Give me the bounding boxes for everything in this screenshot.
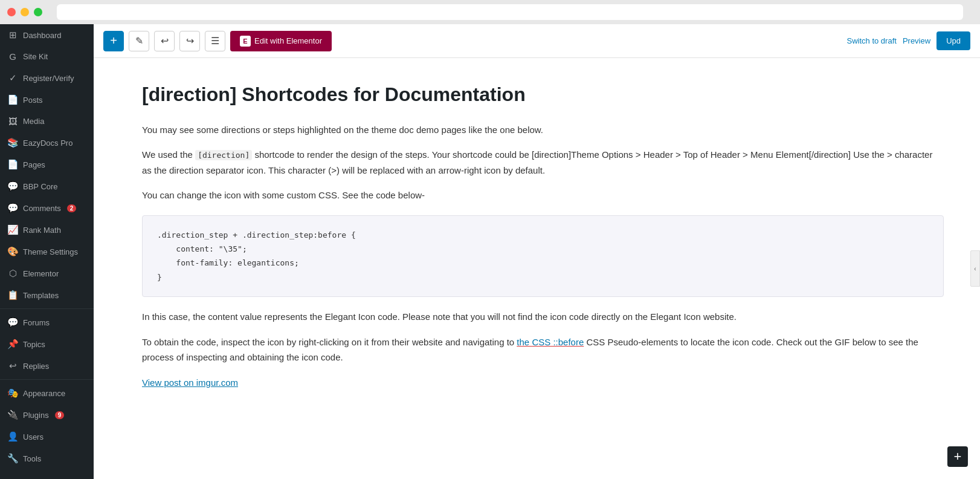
sidebar-label-users: Users <box>23 432 44 442</box>
minimize-button[interactable] <box>21 8 29 16</box>
sidebar: ⊞ Dashboard G Site Kit ✓ Register/Verify… <box>0 24 94 479</box>
sidebar-item-appearance[interactable]: 🎭 Appearance <box>0 382 94 404</box>
sidebar-separator-1 <box>0 308 94 309</box>
media-icon: 🖼 <box>7 116 18 126</box>
bottom-add-button[interactable]: + <box>947 446 968 467</box>
add-block-button[interactable]: + <box>103 31 124 51</box>
sidebar-item-tools[interactable]: 🔧 Tools <box>0 448 94 469</box>
sidebar-item-users[interactable]: 👤 Users <box>0 426 94 448</box>
sidebar-item-comments[interactable]: 💬 Comments 2 <box>0 197 94 219</box>
plugins-icon: 🔌 <box>7 409 18 420</box>
code-block: .direction_step + .direction_step:before… <box>142 215 944 298</box>
undo-icon: ↩ <box>161 35 169 47</box>
paragraph-1: You may see some directions or steps hig… <box>142 122 944 138</box>
paragraph-2: We used the [direction] shortcode to ren… <box>142 147 944 178</box>
sidebar-label-elementor: Elementor <box>23 269 59 278</box>
sidebar-label-templates: Templates <box>23 291 59 300</box>
switch-to-draft-button[interactable]: Switch to draft <box>847 36 897 45</box>
sidebar-item-dashboard[interactable]: ⊞ Dashboard <box>0 24 94 46</box>
right-sidebar-toggle[interactable]: ‹ <box>970 250 980 287</box>
code-content: .direction_step + .direction_step:before… <box>157 228 929 285</box>
elementor-logo-icon: E <box>240 36 251 47</box>
dashboard-icon: ⊞ <box>7 30 18 41</box>
sidebar-item-templates[interactable]: 📋 Templates <box>0 284 94 306</box>
site-kit-icon: G <box>7 51 18 62</box>
sidebar-item-bbp-core[interactable]: 💬 BBP Core <box>0 175 94 197</box>
sidebar-label-comments: Comments <box>23 204 61 213</box>
list-view-button[interactable]: ☰ <box>205 31 225 51</box>
sidebar-item-eazydocs[interactable]: 📚 EazyDocs Pro <box>0 132 94 154</box>
update-button[interactable]: Upd <box>936 31 970 50</box>
imgur-link[interactable]: View post on imgur.com <box>142 377 238 388</box>
bottom-plus-icon: + <box>954 449 962 464</box>
css-before-link[interactable]: the CSS ::before <box>517 337 584 347</box>
paragraph-3: You can change the icon with some custom… <box>142 187 944 203</box>
sidebar-item-replies[interactable]: ↩ Replies <box>0 355 94 377</box>
edit-button[interactable]: ✎ <box>129 31 149 51</box>
sidebar-item-site-kit[interactable]: G Site Kit <box>0 46 94 67</box>
sidebar-label-topics: Topics <box>23 340 45 349</box>
paragraph-4: In this case, the content value represen… <box>142 309 944 325</box>
sidebar-item-forums[interactable]: 💬 Forums <box>0 311 94 333</box>
preview-button[interactable]: Preview <box>903 36 930 45</box>
replies-icon: ↩ <box>7 360 18 371</box>
sidebar-item-pages[interactable]: 📄 Pages <box>0 154 94 175</box>
plus-icon: + <box>110 34 117 48</box>
sidebar-label-site-kit: Site Kit <box>23 52 48 61</box>
register-icon: ✓ <box>7 73 18 83</box>
tools-icon: 🔧 <box>7 453 18 464</box>
undo-button[interactable]: ↩ <box>154 31 175 51</box>
sidebar-label-bbp: BBP Core <box>23 182 58 191</box>
sidebar-label-tools: Tools <box>23 454 41 463</box>
post-body: You may see some directions or steps hig… <box>142 122 944 391</box>
toolbar-right-actions: Switch to draft Preview Upd <box>847 31 970 50</box>
sidebar-item-rank-math[interactable]: 📈 Rank Math <box>0 219 94 241</box>
topics-icon: 📌 <box>7 339 18 350</box>
redo-button[interactable]: ↪ <box>179 31 200 51</box>
sidebar-item-topics[interactable]: 📌 Topics <box>0 333 94 355</box>
pages-icon: 📄 <box>7 159 18 170</box>
editor-toolbar: + ✎ ↩ ↪ ☰ E Edit with Elementor Switch t… <box>94 24 980 58</box>
paragraph-imgur: View post on imgur.com <box>142 375 944 391</box>
comments-badge: 2 <box>67 204 77 212</box>
redo-icon: ↪ <box>186 35 194 47</box>
sidebar-label-plugins: Plugins <box>23 411 49 420</box>
sidebar-label-rank-math: Rank Math <box>23 226 61 235</box>
sidebar-label-pages: Pages <box>23 160 45 169</box>
sidebar-label-replies: Replies <box>23 362 49 371</box>
sidebar-item-register-verify[interactable]: ✓ Register/Verify <box>0 67 94 89</box>
appearance-icon: 🎭 <box>7 388 18 399</box>
sidebar-item-elementor[interactable]: ⬡ Elementor <box>0 262 94 284</box>
posts-icon: 📄 <box>7 94 18 105</box>
users-icon: 👤 <box>7 431 18 442</box>
plugins-badge: 9 <box>55 411 65 419</box>
sidebar-separator-2 <box>0 379 94 380</box>
sidebar-item-media[interactable]: 🖼 Media <box>0 111 94 132</box>
sidebar-item-plugins[interactable]: 🔌 Plugins 9 <box>0 404 94 426</box>
elementor-btn-label: Edit with Elementor <box>254 36 322 45</box>
url-bar[interactable] <box>57 4 963 20</box>
theme-settings-icon: 🎨 <box>7 246 18 257</box>
sidebar-label-posts: Posts <box>23 96 43 105</box>
direction-code-inline: [direction] <box>195 150 252 160</box>
titlebar <box>0 0 980 24</box>
sidebar-label-theme-settings: Theme Settings <box>23 247 78 256</box>
edit-with-elementor-button[interactable]: E Edit with Elementor <box>230 31 332 51</box>
forums-icon: 💬 <box>7 317 18 328</box>
post-title: [direction] Shortcodes for Documentation <box>142 82 944 108</box>
sidebar-item-theme-settings[interactable]: 🎨 Theme Settings <box>0 241 94 262</box>
maximize-button[interactable] <box>34 8 42 16</box>
rank-math-icon: 📈 <box>7 224 18 235</box>
editor-content-area: ‹ [direction] Shortcodes for Documentati… <box>94 58 980 479</box>
sidebar-label-dashboard: Dashboard <box>23 31 62 40</box>
paragraph-5: To obtain the code, inspect the icon by … <box>142 334 944 365</box>
sidebar-item-posts[interactable]: 📄 Posts <box>0 89 94 111</box>
sidebar-label-media: Media <box>23 117 44 126</box>
bbp-icon: 💬 <box>7 181 18 192</box>
eazydocs-icon: 📚 <box>7 137 18 148</box>
close-button[interactable] <box>7 8 16 16</box>
sidebar-label-register: Register/Verify <box>23 74 74 83</box>
sidebar-label-eazydocs: EazyDocs Pro <box>23 138 73 148</box>
sidebar-label-forums: Forums <box>23 318 50 327</box>
templates-icon: 📋 <box>7 290 18 301</box>
